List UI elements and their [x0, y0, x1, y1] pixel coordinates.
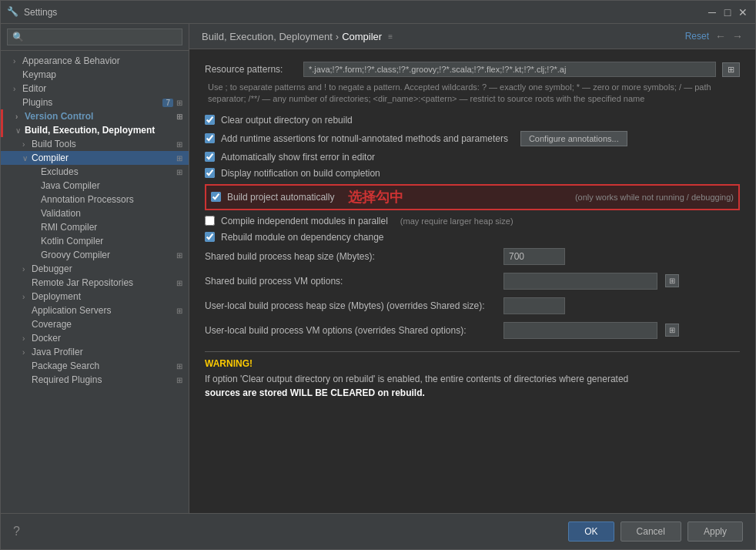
shared-heap-input[interactable] [503, 248, 565, 265]
sidebar-item-label: Required Plugins [32, 374, 173, 385]
back-button[interactable]: ← [715, 30, 726, 42]
arrow-icon: ∨ [15, 126, 25, 135]
user-vm-expand-button[interactable]: ⊞ [665, 324, 679, 337]
sidebar-item-label: Coverage [32, 319, 182, 330]
shared-vm-expand-button[interactable]: ⊞ [665, 274, 679, 287]
sidebar-item-groovy-compiler[interactable]: Groovy Compiler ⊞ [1, 248, 189, 262]
display-notification-checkbox[interactable] [205, 168, 215, 178]
breadcrumb-bar: Build, Execution, Deployment › Compiler … [189, 24, 755, 49]
user-vm-input[interactable] [503, 322, 657, 339]
show-first-error-row: Automatically show first error in editor [205, 152, 740, 163]
reset-button[interactable]: Reset [685, 31, 709, 42]
compile-parallel-checkbox[interactable] [205, 216, 215, 226]
user-heap-label: User-local build process heap size (Mbyt… [205, 300, 497, 311]
sidebar-item-java-profiler[interactable]: › Java Profiler [1, 345, 189, 359]
sidebar-item-docker[interactable]: › Docker [1, 331, 189, 345]
sidebar-item-debugger[interactable]: › Debugger [1, 262, 189, 276]
sidebar-item-label: Java Profiler [32, 347, 182, 357]
warning-section: WARNING! If option 'Clear output directo… [205, 351, 740, 400]
sidebar-item-kotlin-compiler[interactable]: Kotlin Compiler [1, 234, 189, 248]
maximize-button[interactable]: □ [721, 6, 734, 18]
breadcrumb-current: Compiler [342, 31, 382, 42]
sidebar-item-validation[interactable]: Validation [1, 206, 189, 220]
compile-parallel-note: (may require larger heap size) [400, 216, 513, 226]
help-icon[interactable]: ? [13, 525, 20, 538]
arrow-icon: › [15, 112, 25, 121]
ext-icon: ⊞ [176, 154, 182, 163]
breadcrumb-separator: › [336, 31, 339, 42]
sidebar-item-compiler[interactable]: ∨ Compiler ⊞ [1, 151, 189, 165]
sidebar-item-package-search[interactable]: Package Search ⊞ [1, 359, 189, 373]
sidebar-item-annotation-processors[interactable]: Annotation Processors [1, 193, 189, 206]
rebuild-module-checkbox[interactable] [205, 232, 215, 242]
ext-icon: ⊞ [176, 251, 182, 260]
runtime-assertions-checkbox[interactable] [205, 133, 215, 143]
sidebar-item-app-servers[interactable]: Application Servers ⊞ [1, 304, 189, 317]
arrow-icon: › [22, 140, 32, 149]
sidebar-item-excludes[interactable]: Excludes ⊞ [1, 165, 189, 179]
user-heap-input[interactable] [503, 297, 565, 314]
settings-tree: › Appearance & Behavior Keymap › Editor … [1, 51, 189, 513]
ext-icon: ⊞ [176, 168, 182, 176]
title-bar: 🔧 Settings ─ □ ✕ [1, 1, 755, 24]
configure-annotations-button[interactable]: Configure annotations... [520, 131, 627, 146]
sidebar-item-appearance[interactable]: › Appearance & Behavior [1, 54, 189, 68]
sidebar-item-label: Build Tools [32, 139, 173, 149]
ok-button[interactable]: OK [568, 521, 614, 542]
window-title: Settings [24, 7, 706, 18]
main-panel: Build, Execution, Deployment › Compiler … [189, 24, 755, 513]
show-first-error-checkbox[interactable] [205, 152, 215, 162]
build-auto-checkbox[interactable] [211, 192, 221, 202]
compile-parallel-row: Compile independent modules in parallel … [205, 216, 740, 226]
user-vm-row: User-local build process VM options (ove… [205, 322, 740, 339]
arrow-icon: ∨ [22, 154, 32, 163]
breadcrumb: Build, Execution, Deployment › Compiler … [202, 31, 393, 42]
sidebar-item-label: Debugger [32, 263, 182, 274]
sidebar-item-label: Keymap [22, 69, 182, 80]
sidebar-item-remote-jar[interactable]: Remote Jar Repositories ⊞ [1, 276, 189, 290]
sidebar-item-java-compiler[interactable]: Java Compiler [1, 179, 189, 193]
sidebar-item-keymap[interactable]: Keymap [1, 68, 189, 82]
resource-patterns-input[interactable] [303, 62, 716, 77]
compile-parallel-label: Compile independent modules in parallel [221, 216, 388, 226]
runtime-assertions-label: Add runtime assertions for notnull-annot… [221, 133, 508, 144]
sidebar-item-coverage[interactable]: Coverage [1, 317, 189, 331]
shared-vm-input[interactable] [503, 273, 657, 290]
sidebar-item-label: Version Control [25, 111, 173, 122]
sidebar-item-label: Plugins [22, 97, 159, 108]
sidebar-item-label: Kotlin Compiler [41, 236, 182, 246]
sidebar-item-label: Groovy Compiler [41, 250, 173, 260]
sidebar-item-label: Validation [41, 208, 182, 219]
sidebar-item-version-control[interactable]: › Version Control ⊞ [1, 109, 189, 123]
apply-button[interactable]: Apply [687, 521, 743, 542]
search-input[interactable] [7, 29, 182, 45]
sidebar-item-plugins[interactable]: Plugins 7 ⊞ [1, 96, 189, 109]
sidebar-item-build-exec[interactable]: ∨ Build, Execution, Deployment [1, 123, 189, 137]
clear-output-row: Clear output directory on rebuild [205, 115, 740, 126]
clear-output-checkbox[interactable] [205, 115, 215, 125]
display-notification-label: Display notification on build completion [221, 168, 380, 179]
close-button[interactable]: ✕ [737, 6, 749, 18]
sidebar-item-build-tools[interactable]: › Build Tools ⊞ [1, 137, 189, 151]
sidebar-item-label: RMI Compiler [41, 222, 182, 233]
shared-heap-row: Shared build process heap size (Mbytes): [205, 248, 740, 265]
sidebar-item-rmi-compiler[interactable]: RMI Compiler [1, 220, 189, 234]
resource-patterns-expand-button[interactable]: ⊞ [722, 62, 740, 77]
display-notification-row: Display notification on build completion [205, 168, 740, 179]
sidebar-item-required-plugins[interactable]: Required Plugins ⊞ [1, 373, 189, 387]
breadcrumb-path: Build, Execution, Deployment [202, 31, 333, 42]
minimize-button[interactable]: ─ [706, 6, 718, 18]
footer-buttons: OK Cancel Apply [568, 521, 743, 542]
sidebar-item-editor[interactable]: › Editor [1, 82, 189, 96]
user-vm-label: User-local build process VM options (ove… [205, 325, 497, 336]
main-content: › Appearance & Behavior Keymap › Editor … [1, 24, 755, 513]
sidebar: › Appearance & Behavior Keymap › Editor … [1, 24, 189, 513]
ext-icon: ⊞ [176, 376, 182, 384]
arrow-icon: › [22, 334, 32, 343]
cancel-button[interactable]: Cancel [621, 521, 681, 542]
forward-button[interactable]: → [732, 30, 743, 42]
resource-patterns-label: Resource patterns: [205, 64, 297, 75]
sidebar-item-deployment[interactable]: › Deployment [1, 290, 189, 304]
sidebar-item-label: Build, Execution, Deployment [25, 125, 182, 136]
sidebar-item-label: Application Servers [32, 305, 173, 316]
